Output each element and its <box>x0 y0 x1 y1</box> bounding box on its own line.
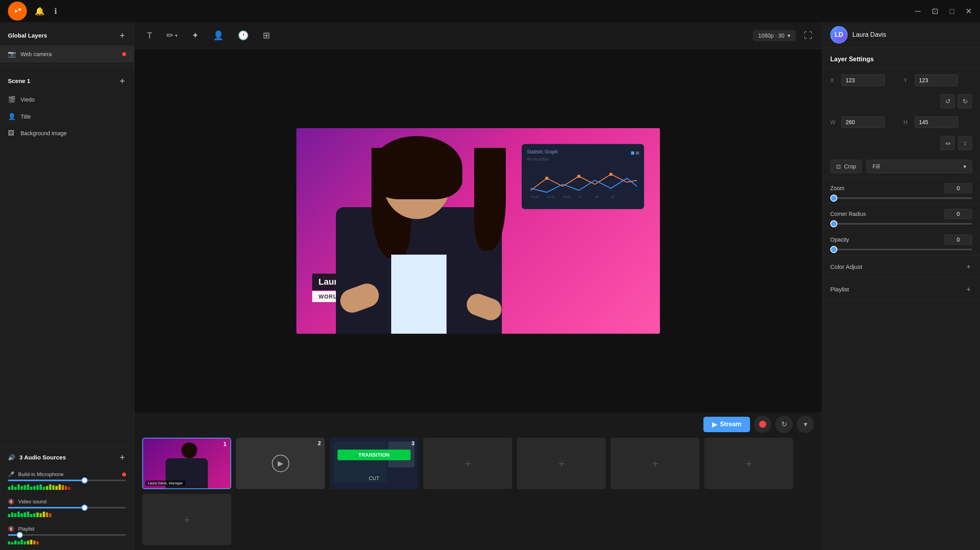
text-tool-button[interactable]: T <box>144 28 155 43</box>
minimize-button[interactable]: ─ <box>915 7 921 16</box>
record-button[interactable] <box>754 416 771 433</box>
sidebar-item-title[interactable]: 👤 Title <box>0 108 134 125</box>
mic-icon: 🎤 <box>8 471 14 477</box>
opacity-label: Opacity <box>830 236 849 243</box>
add-scene-button-6[interactable]: ＋ <box>611 438 699 489</box>
add-scene-button-8[interactable]: ＋ <box>142 494 231 545</box>
zoom-value-input[interactable] <box>944 183 972 193</box>
mic-volume-bars <box>8 484 126 490</box>
scene-2-num: 2 <box>318 440 321 446</box>
zoom-slider[interactable] <box>830 197 972 199</box>
person-icon: 👤 <box>213 30 224 41</box>
playlist-audio-slider[interactable] <box>8 534 126 536</box>
title-label: Title <box>21 113 31 120</box>
sidebar-item-webcamera[interactable]: 📷 Web camera <box>0 45 134 62</box>
resolution-selector[interactable]: 1080p · 30 ▾ <box>753 30 796 41</box>
scene-1-num: 1 <box>223 441 226 447</box>
statistics-chart: 12.02 11.11 18.02 0 16 21 <box>527 164 639 200</box>
svg-text:0: 0 <box>579 195 581 198</box>
window-controls: ─ ⊡ □ ✕ <box>915 6 972 16</box>
stream-button[interactable]: ▶ Stream <box>703 417 750 432</box>
close-button[interactable]: ✕ <box>965 6 972 16</box>
grid-tool-button[interactable]: ⊞ <box>260 28 273 43</box>
left-sidebar: Global Layers ＋ 📷 Web camera Scene 1 ＋ 🎬… <box>0 22 134 550</box>
add-global-layer-button[interactable]: ＋ <box>118 30 126 41</box>
audio-section: 🔊 3 Audio Sources ＋ 🎤 Build-in Microphon… <box>0 446 134 550</box>
add-scene-button-5[interactable]: ＋ <box>517 438 606 489</box>
h-input[interactable] <box>915 116 958 128</box>
add-scene-button-7[interactable]: ＋ <box>704 438 793 489</box>
h-field: H <box>904 116 972 128</box>
y-label: Y <box>904 77 912 83</box>
opacity-slider[interactable] <box>830 249 972 250</box>
color-adjust-section[interactable]: Color Adjust ＋ <box>822 255 980 278</box>
clock-tool-button[interactable]: 🕐 <box>235 28 252 43</box>
mic-volume-slider[interactable] <box>8 480 126 481</box>
title-icon: 👤 <box>8 113 16 120</box>
x-label: X <box>830 77 838 83</box>
svg-point-5 <box>545 176 548 180</box>
magic-tool-button[interactable]: ✦ <box>188 28 202 43</box>
person-tool-button[interactable]: 👤 <box>210 28 227 43</box>
preview-frame: Statistic Graph All securities <box>296 128 660 334</box>
size-settings: W H <box>822 110 980 134</box>
chart-title-label: Statistic Graph <box>527 149 558 155</box>
svg-point-7 <box>609 172 612 176</box>
fill-select[interactable]: Fill ▾ <box>867 160 972 173</box>
speaker-icon: 🔊 <box>8 454 15 461</box>
sync-button[interactable]: ↻ <box>775 416 793 433</box>
playlist-volume-bars <box>8 539 126 544</box>
playlist-section[interactable]: Playlist ＋ <box>822 278 980 301</box>
restore-button[interactable]: ⊡ <box>932 6 939 16</box>
y-field: Y <box>904 74 972 86</box>
crop-button[interactable]: ⊡ Crop <box>830 160 862 173</box>
add-scene-button-4[interactable]: ＋ <box>423 438 512 489</box>
crop-icon: ⊡ <box>836 163 841 170</box>
lock-ratio-button[interactable]: ⇔ <box>940 136 955 150</box>
background-icon: 🖼 <box>8 130 16 137</box>
w-label: W <box>830 119 838 125</box>
chart-overlay: Statistic Graph All securities <box>522 144 644 209</box>
undo-button[interactable]: ↺ <box>940 94 955 108</box>
scene-thumb-1[interactable]: Laura Davis, Manager 1 <box>142 438 231 489</box>
video-icon: 🎬 <box>8 96 16 103</box>
corner-radius-label: Corner Radius <box>830 211 866 217</box>
info-icon[interactable]: ℹ <box>54 6 57 16</box>
sidebar-item-background[interactable]: 🖼 Background image <box>0 125 134 142</box>
audio-source-playlist: 🔇 Playlist <box>0 523 134 550</box>
expand-button[interactable]: ▾ <box>797 416 814 433</box>
scenes-grid: Laura Davis, Manager 1 ▶ 2 TRANSITION CU… <box>134 435 822 550</box>
fullscreen-button[interactable]: ⛶ <box>804 30 812 41</box>
playlist-expand-icon: ＋ <box>965 284 972 294</box>
divider <box>0 65 134 65</box>
w-field: W <box>830 116 899 128</box>
add-scene-layer-button[interactable]: ＋ <box>118 76 126 86</box>
corner-radius-value-input[interactable] <box>944 209 972 219</box>
reset-size-button[interactable]: ↕ <box>958 136 972 150</box>
brush-tool-button[interactable]: ✏ ▾ <box>163 28 181 43</box>
add-audio-source-button[interactable]: ＋ <box>118 452 126 463</box>
y-input[interactable] <box>915 74 958 86</box>
scene-3-num: 3 <box>411 440 415 446</box>
sidebar-item-viedo[interactable]: 🎬 Viedo <box>0 91 134 108</box>
svg-text:18.02: 18.02 <box>563 195 571 198</box>
scene-label: Scene 1 <box>8 77 30 84</box>
playlist-audio-label: Playlist <box>18 526 34 532</box>
opacity-value-input[interactable] <box>944 234 972 245</box>
maximize-button[interactable]: □ <box>950 7 954 16</box>
scene-thumb-2[interactable]: ▶ 2 <box>236 438 325 489</box>
video-sound-slider[interactable] <box>8 507 126 508</box>
x-input[interactable] <box>841 74 885 86</box>
corner-radius-slider[interactable] <box>830 223 972 225</box>
position-settings: X Y <box>822 68 980 93</box>
scene-thumb-3[interactable]: TRANSITION CUT 3 <box>330 438 418 489</box>
color-adjust-label: Color Adjust <box>830 263 862 270</box>
color-adjust-expand-icon: ＋ <box>965 262 972 271</box>
w-input[interactable] <box>841 116 885 128</box>
redo-button[interactable]: ↻ <box>958 94 972 108</box>
audio-source-mic: 🎤 Build-in Microphone <box>0 468 134 495</box>
mic-label: Build-in Microphone <box>18 471 64 477</box>
bell-icon[interactable]: 🔔 <box>35 6 45 16</box>
mic-active-dot <box>122 473 126 476</box>
scene-1-label: Laura Davis, Manager <box>145 480 185 486</box>
